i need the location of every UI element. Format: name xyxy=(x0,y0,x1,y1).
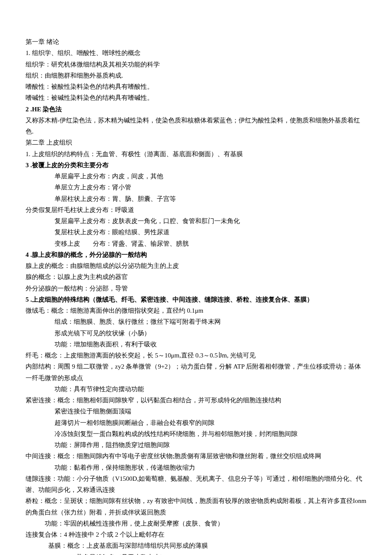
c2-line-10: 4 .腺上皮和腺的概念，外分泌腺的一般结构 xyxy=(26,249,366,260)
c2-line-23: 紧密连接位于细胞侧面顶端 xyxy=(26,406,366,417)
c2-line-31: 功能：牢固的机械性连接作用，使上皮耐受摩擦（皮肤、食管） xyxy=(26,518,366,529)
c2-line-25: 冷冻蚀刻复型一蛋白颗粒构成的线性结构环绕细胞，并与相邻细胞对接，封闭细胞间隙 xyxy=(26,428,366,439)
c2-line-18: 功能：增加细胞表面积，有利于吸收 xyxy=(26,339,366,350)
c2-line-11: 腺上皮的概念：由腺细胞组成的以分泌功能为主的上皮 xyxy=(26,260,366,271)
c2-line-2: 3 .被覆上皮的分类和主要分布 xyxy=(26,160,366,171)
c2-line-1: 1. 上皮组织的结构特点：无血管、有极性（游离面、基底面和侧面）、有基膜 xyxy=(26,148,366,160)
c2-line-28: 功能：黏着作用，保持细胞形状，传递细胞收缩力 xyxy=(26,462,366,473)
c2-line-19: 纤毛：概念：上皮细胞游离面的较长突起，长 5～10μm,直径 0.3～0.5∣J… xyxy=(26,350,366,361)
c1-line-5: 嗜碱性：被碱性染料染色的结构具有嗜碱性。 xyxy=(26,92,366,103)
c2-line-33: 基膜：概念：上皮基底面与深部结缔组织共同形成的薄膜 xyxy=(26,540,366,551)
c2-line-21: 功能：具有节律性定向摆动功能 xyxy=(26,384,366,395)
c2-line-29: 缝隙连接：功能：小分子物质（V1500D,如葡萄糖、氨基酸、无机离子、信息分子等… xyxy=(26,473,366,496)
c2-line-30: 桥粒：概念：呈斑状；细胞间隙有丝状物，zy 有致密中间线，胞质面有较厚的致密物质… xyxy=(26,495,366,518)
c1-line-6: 2 .HE 染色法 xyxy=(26,104,366,115)
c2-line-20: 内部结构：周围 9 组二联微管，zy2 条单微管（9+2）；动力蛋白臂，分解 A… xyxy=(26,361,366,384)
chapter-2-title: 第二章 上皮组织 xyxy=(26,137,366,148)
c2-line-4: 单层立方上皮分布：肾小管 xyxy=(26,182,366,193)
c2-line-7: 复层扁平上皮分布：皮肤表皮一角化，口腔、食管和肛门一未角化 xyxy=(26,215,366,227)
c1-line-4: 嗜酸性：被酸性染料染色的结构具有嗜酸性。 xyxy=(26,81,366,92)
c1-line-2: 组织学：研究机体微细结构及其相关功能的科学 xyxy=(26,59,366,70)
c2-line-6: 分类假复层纤毛柱状上皮分布：呼吸道 xyxy=(26,204,366,215)
c2-line-22: 紧密连接：概念：细胞相邻面间隙狭窄，以钙黏蛋白相结合，并可形成特化的细胞连接结构 xyxy=(26,395,366,406)
c2-line-27: 中间连接：概念：细胞间隙内有中等电子密度丝状物;胞质侧有薄层致密物和微丝附着，微… xyxy=(26,450,366,462)
c2-line-12: 腺的概念：以腺上皮为主构成的器官 xyxy=(26,271,366,282)
c2-line-5: 单层柱状上皮分布：胃、肠、胆囊、子宫等 xyxy=(26,193,366,204)
c1-line-3: 组织：由细胞群和细胞外基质构成. xyxy=(26,70,366,81)
c2-line-16: 组成：细胞膜、胞质、纵行微丝；微丝下端可附着于终末网 xyxy=(26,316,366,327)
c2-line-26: 功能：屏障作用，阻挡物质穿过细胞间隙 xyxy=(26,439,366,450)
c2-line-34: 1. M：HE 染色呈粉红色（见于少数上皮） xyxy=(26,552,366,555)
c2-line-13: 外分泌腺的一般结构：分泌部，导管 xyxy=(26,283,366,294)
c2-line-8: 复层柱状上皮分布：眼睑结膜、男性尿道 xyxy=(26,227,366,238)
c2-line-3: 单层扁平上皮分布：内皮，间皮，其他 xyxy=(26,171,366,182)
chapter-1-title: 第一章 绪论 xyxy=(26,36,366,47)
c2-line-9: 变移上皮 分布：肾盏、肾盂、输尿管、膀胱 xyxy=(26,238,366,249)
c2-line-24: 超薄切片一相邻细胞膜间断融合，非融合处有极窄的间隙 xyxy=(26,417,366,428)
c2-line-14: 5 .上皮细胞的特殊结构（微绒毛、纤毛、紧密连接、中间连接、缝隙连接、桥粒、连接… xyxy=(26,294,366,305)
c2-line-32: 连接复合体：4 种连接中 2 个或 2 个以上毗邻存在 xyxy=(26,529,366,540)
c1-line-7: 又称苏木精-伊红染色法，苏木精为碱性染料，使染色质和核糖体着紫蓝色；伊红为酸性染… xyxy=(26,115,366,137)
c1-line-1: 1. 组织学、组织、噌酸性、噌球性的概念 xyxy=(26,47,366,58)
c2-line-17: 形成光镜下可见的纹状缘（小肠） xyxy=(26,328,366,339)
c2-line-15: 微绒毛：概念：细胞游离面伸出的微细指状突起，直径约 0.1μm xyxy=(26,305,366,316)
